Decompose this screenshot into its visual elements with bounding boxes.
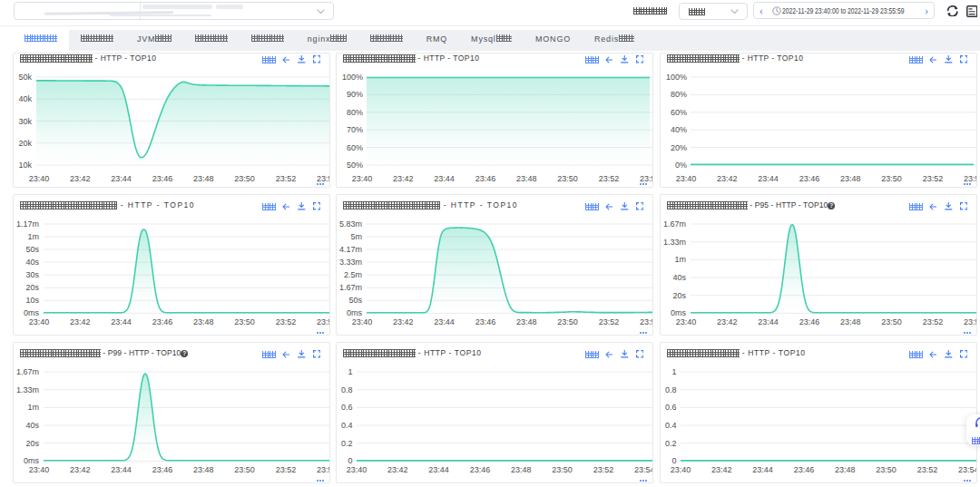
svg-text:0.4: 0.4 <box>665 421 677 430</box>
svg-text:23:40: 23:40 <box>347 465 368 474</box>
svg-text:20s: 20s <box>25 283 39 292</box>
svg-text:23:40: 23:40 <box>29 174 50 183</box>
svg-text:1.17m: 1.17m <box>16 219 39 229</box>
svg-text:60%: 60% <box>347 143 363 152</box>
svg-text:23:46: 23:46 <box>152 174 173 183</box>
svg-text:23:44: 23:44 <box>758 317 779 326</box>
svg-text:0.8: 0.8 <box>665 385 677 394</box>
svg-text:3.33m: 3.33m <box>339 258 362 267</box>
svg-text:23:54: 23:54 <box>317 317 330 326</box>
svg-text:23:50: 23:50 <box>876 465 897 474</box>
svg-text:4.17m: 4.17m <box>339 245 362 254</box>
svg-text:80%: 80% <box>347 108 363 117</box>
svg-text:23:50: 23:50 <box>881 317 902 326</box>
svg-text:23:48: 23:48 <box>835 465 856 474</box>
svg-text:23:40: 23:40 <box>671 465 691 474</box>
svg-text:23:54: 23:54 <box>634 465 653 474</box>
svg-text:23:50: 23:50 <box>234 465 255 474</box>
svg-text:23:54: 23:54 <box>958 465 977 474</box>
svg-text:5m: 5m <box>350 232 362 241</box>
svg-text:23:52: 23:52 <box>276 465 297 474</box>
svg-text:23:44: 23:44 <box>111 174 132 183</box>
svg-text:23:44: 23:44 <box>111 317 132 326</box>
svg-text:1m: 1m <box>27 403 39 412</box>
svg-text:23:50: 23:50 <box>557 317 578 326</box>
svg-text:23:54: 23:54 <box>964 174 977 183</box>
svg-text:23:46: 23:46 <box>475 174 496 183</box>
svg-text:23:44: 23:44 <box>428 465 449 474</box>
svg-text:23:48: 23:48 <box>193 465 214 474</box>
svg-text:30k: 30k <box>18 117 32 126</box>
svg-text:100%: 100% <box>666 73 687 82</box>
svg-text:0ms: 0ms <box>24 456 40 465</box>
svg-text:1.67m: 1.67m <box>339 283 362 292</box>
svg-text:0.4: 0.4 <box>341 421 353 430</box>
svg-text:30s: 30s <box>25 270 39 279</box>
svg-text:23:48: 23:48 <box>840 174 861 183</box>
svg-text:23:52: 23:52 <box>599 317 620 326</box>
svg-text:0ms: 0ms <box>347 308 363 317</box>
svg-text:1.67m: 1.67m <box>16 367 39 376</box>
svg-text:23:40: 23:40 <box>352 317 373 326</box>
svg-text:90%: 90% <box>347 90 363 99</box>
svg-text:23:52: 23:52 <box>599 174 620 183</box>
svg-text:23:40: 23:40 <box>352 174 373 183</box>
svg-text:23:40: 23:40 <box>29 317 50 326</box>
svg-text:23:50: 23:50 <box>552 465 573 474</box>
svg-text:23:42: 23:42 <box>711 465 732 474</box>
svg-text:40k: 40k <box>18 94 32 103</box>
svg-text:23:52: 23:52 <box>923 317 944 326</box>
svg-text:1.33m: 1.33m <box>663 238 686 247</box>
svg-text:0.8: 0.8 <box>341 385 353 394</box>
svg-text:23:44: 23:44 <box>111 465 132 474</box>
svg-text:23:44: 23:44 <box>434 317 455 326</box>
svg-text:0.6: 0.6 <box>665 403 677 412</box>
svg-text:23:52: 23:52 <box>276 317 297 326</box>
svg-text:23:42: 23:42 <box>717 174 738 183</box>
svg-text:20k: 20k <box>18 139 32 148</box>
svg-text:23:48: 23:48 <box>511 465 532 474</box>
svg-text:23:54: 23:54 <box>964 317 977 326</box>
svg-text:23:46: 23:46 <box>799 317 820 326</box>
svg-text:23:44: 23:44 <box>758 174 779 183</box>
svg-text:23:48: 23:48 <box>193 317 214 326</box>
svg-text:23:52: 23:52 <box>593 465 614 474</box>
svg-text:23:40: 23:40 <box>676 174 697 183</box>
svg-text:23:46: 23:46 <box>152 317 173 326</box>
svg-text:40%: 40% <box>671 125 687 134</box>
svg-text:23:54: 23:54 <box>317 174 330 183</box>
svg-text:0ms: 0ms <box>24 308 40 317</box>
svg-text:23:42: 23:42 <box>717 317 738 326</box>
svg-text:0%: 0% <box>675 161 687 170</box>
svg-text:100%: 100% <box>342 73 363 82</box>
svg-text:23:42: 23:42 <box>70 465 91 474</box>
svg-text:23:50: 23:50 <box>881 174 902 183</box>
svg-text:23:54: 23:54 <box>317 465 330 474</box>
svg-text:1m: 1m <box>674 255 686 264</box>
svg-text:40s: 40s <box>672 273 686 282</box>
svg-text:23:50: 23:50 <box>234 174 255 183</box>
svg-text:1: 1 <box>348 367 352 376</box>
svg-text:10s: 10s <box>25 296 39 305</box>
svg-text:23:48: 23:48 <box>840 317 861 326</box>
svg-text:50%: 50% <box>347 161 363 170</box>
svg-text:0: 0 <box>348 456 352 465</box>
svg-text:50s: 50s <box>348 296 362 305</box>
svg-text:20s: 20s <box>25 439 39 448</box>
svg-text:23:46: 23:46 <box>470 465 491 474</box>
svg-text:23:42: 23:42 <box>70 174 91 183</box>
svg-text:23:40: 23:40 <box>676 317 697 326</box>
svg-text:23:54: 23:54 <box>640 317 653 326</box>
svg-text:1: 1 <box>671 367 676 376</box>
svg-text:20%: 20% <box>671 143 687 152</box>
svg-text:23:40: 23:40 <box>29 465 50 474</box>
svg-text:50k: 50k <box>18 73 32 82</box>
svg-text:70%: 70% <box>347 125 363 134</box>
svg-text:0.6: 0.6 <box>341 403 353 412</box>
svg-text:23:52: 23:52 <box>923 174 944 183</box>
svg-text:23:42: 23:42 <box>393 174 414 183</box>
svg-text:23:44: 23:44 <box>752 465 773 474</box>
svg-text:1.33m: 1.33m <box>16 385 39 394</box>
svg-text:23:46: 23:46 <box>799 174 820 183</box>
svg-text:0.2: 0.2 <box>665 439 677 448</box>
